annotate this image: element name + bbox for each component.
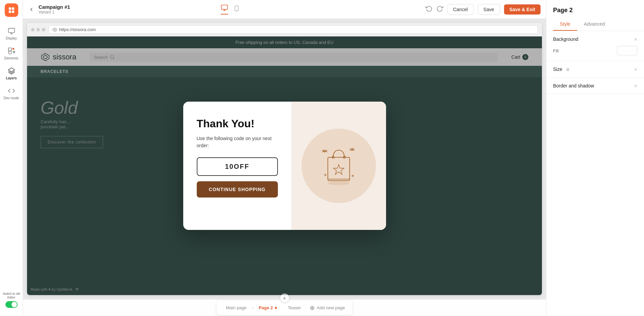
save-exit-button[interactable]: Save & Exit xyxy=(504,4,541,15)
save-button[interactable]: Save xyxy=(478,4,500,15)
add-page-label: Add new page xyxy=(317,305,345,310)
right-panel-title: Page 2 xyxy=(553,7,637,14)
border-shadow-section: Border and shadow ∨ xyxy=(546,78,644,94)
size-title: Size 🖥 xyxy=(553,67,570,72)
size-section: Size 🖥 ∨ xyxy=(546,61,644,78)
browser-url-bar[interactable]: https://sissora.com xyxy=(49,25,538,34)
fill-row: Fill xyxy=(553,46,637,55)
popup-left: Thank You! Use the following code on you… xyxy=(183,102,291,230)
teaser-label: Teaser xyxy=(288,305,301,310)
redo-button[interactable] xyxy=(436,5,443,14)
border-shadow-title: Border and shadow xyxy=(553,83,594,88)
browser-mockup: https://sissora.com Free shipping on all… xyxy=(27,23,542,295)
elements-label: Elements xyxy=(4,56,19,60)
old-editor-toggle[interactable] xyxy=(5,301,18,308)
popup-cta-button[interactable]: CONTINUE SHOPPING xyxy=(197,181,278,198)
svg-rect-3 xyxy=(11,10,14,13)
shopping-bag-svg xyxy=(318,143,359,187)
eye-icon xyxy=(52,27,57,32)
page2-tab-dot xyxy=(275,307,277,309)
app-logo[interactable] xyxy=(5,3,18,17)
main-page-tab[interactable]: Main page xyxy=(221,303,252,312)
fill-label: Fill xyxy=(553,48,559,53)
fill-color-box[interactable] xyxy=(617,46,637,55)
svg-rect-0 xyxy=(8,7,11,10)
svg-marker-11 xyxy=(8,68,14,72)
svg-rect-12 xyxy=(221,5,227,9)
browser-dots xyxy=(31,28,45,31)
svg-rect-4 xyxy=(8,28,14,33)
back-button[interactable] xyxy=(28,6,34,12)
top-bar: Campaign #1 Variant 1 xyxy=(23,0,546,19)
browser-dot-2 xyxy=(37,28,40,31)
browser-dot-3 xyxy=(42,28,45,31)
browser-dot-1 xyxy=(31,28,34,31)
canvas-area: https://sissora.com Free shipping on all… xyxy=(23,19,546,316)
main-area: Campaign #1 Variant 1 xyxy=(23,0,546,316)
bag-illustration xyxy=(318,143,359,188)
layers-icon xyxy=(7,67,16,75)
url-text: https://sissora.com xyxy=(59,27,96,32)
size-chevron: ∨ xyxy=(634,67,637,72)
popup-modal: × Thank You! Use the following code on y… xyxy=(183,102,386,230)
devmode-label: Dev mode xyxy=(4,96,19,100)
switch-label: Switch to old Editor xyxy=(0,292,23,300)
device-buttons xyxy=(221,4,240,15)
mobile-device-button[interactable] xyxy=(234,5,240,14)
campaign-info: Campaign #1 Variant 1 xyxy=(39,4,217,15)
sidebar-item-devmode[interactable]: Dev mode xyxy=(0,83,23,103)
elements-icon xyxy=(7,47,16,55)
border-shadow-chevron: ∨ xyxy=(634,83,637,88)
svg-rect-34 xyxy=(328,157,350,181)
desktop-device-button[interactable] xyxy=(221,4,228,15)
svg-rect-2 xyxy=(8,10,11,13)
style-tab[interactable]: Style xyxy=(553,18,577,31)
page2-label: Page 2 xyxy=(259,305,273,310)
display-icon xyxy=(7,27,16,35)
pages-bar: ∧ Main page › Page 2 Teaser ⊕ Add new pa… xyxy=(23,299,546,316)
popup-right xyxy=(291,102,386,230)
sidebar-item-elements[interactable]: Elements xyxy=(0,44,23,63)
teaser-tab[interactable]: Teaser xyxy=(282,303,306,312)
svg-point-9 xyxy=(8,51,11,54)
layers-label: Layers xyxy=(6,76,17,80)
svg-point-7 xyxy=(12,48,14,50)
main-page-label: Main page xyxy=(226,305,247,310)
right-panel-header: Page 2 Style Advanced xyxy=(546,0,644,31)
popup-overlay: × Thank You! Use the following code on y… xyxy=(27,36,542,295)
svg-marker-35 xyxy=(333,164,344,175)
sidebar-bottom: Switch to old Editor xyxy=(0,289,23,316)
svg-rect-8 xyxy=(8,48,11,51)
svg-point-39 xyxy=(328,181,350,185)
cancel-button[interactable]: Cancel xyxy=(447,4,474,15)
campaign-variant: Variant 1 xyxy=(39,10,217,15)
sidebar-item-display[interactable]: Display xyxy=(0,24,23,44)
background-section: Background ∧ Fill xyxy=(546,31,644,61)
size-device-icon: 🖥 xyxy=(566,67,570,72)
website-content: Free shipping on all orders to US, Canad… xyxy=(27,36,542,295)
panel-tabs: Style Advanced xyxy=(553,18,637,31)
border-shadow-section-header[interactable]: Border and shadow ∨ xyxy=(553,83,637,88)
popup-code-box: 10OFF xyxy=(197,157,278,176)
devmode-icon xyxy=(7,87,16,95)
add-page-icon: ⊕ xyxy=(310,305,315,311)
popup-title: Thank You! xyxy=(197,118,278,130)
svg-marker-10 xyxy=(13,51,15,53)
undo-button[interactable] xyxy=(426,5,432,14)
page2-tab[interactable]: Page 2 xyxy=(253,303,282,312)
left-sidebar: Display Elements Layers xyxy=(0,0,23,316)
app-logo-icon xyxy=(8,6,15,14)
background-section-header[interactable]: Background ∧ xyxy=(553,36,637,42)
right-panel: Page 2 Style Advanced Background ∧ Fill … xyxy=(546,0,644,316)
background-chevron: ∧ xyxy=(634,37,637,42)
size-section-header[interactable]: Size 🖥 ∨ xyxy=(553,67,637,72)
popup-description: Use the following code on your next orde… xyxy=(197,135,278,149)
display-label: Display xyxy=(6,36,17,40)
sidebar-item-layers[interactable]: Layers xyxy=(0,63,23,83)
add-page-button[interactable]: ⊕ Add new page xyxy=(306,303,348,313)
advanced-tab[interactable]: Advanced xyxy=(577,18,612,31)
background-title: Background xyxy=(553,36,578,42)
svg-rect-1 xyxy=(11,7,14,10)
browser-bar: https://sissora.com xyxy=(27,23,542,36)
up-arrow-icon: ∧ xyxy=(283,296,286,300)
